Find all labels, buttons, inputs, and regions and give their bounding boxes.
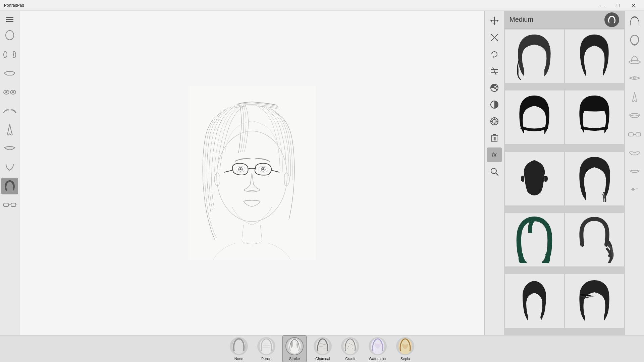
fr-glasses[interactable]: [626, 126, 643, 143]
hair-style-9[interactable]: [505, 274, 564, 328]
minimize-button[interactable]: —: [595, 0, 610, 11]
pattern-icon: [490, 83, 499, 92]
hair-style-5[interactable]: [505, 152, 564, 205]
fr-beard[interactable]: [626, 145, 643, 162]
fr-face[interactable]: [626, 32, 643, 49]
svg-point-40: [631, 35, 639, 45]
filter-granit[interactable]: Granit: [338, 336, 362, 362]
filter-watercolor[interactable]: Watercolor: [366, 336, 389, 362]
pupil-left: [239, 168, 241, 170]
hair-style-5-img: [514, 155, 554, 202]
ears-icon: [3, 51, 16, 59]
filter-charcoal-label: Charcoal: [315, 357, 330, 361]
svg-point-0: [6, 31, 14, 40]
sidebar-item-mouth[interactable]: [1, 140, 18, 157]
svg-point-41: [629, 60, 640, 64]
svg-point-43: [634, 78, 635, 79]
sidebar-item-glasses[interactable]: [1, 196, 18, 213]
rotate-tool-button[interactable]: [487, 47, 502, 62]
filter-stroke-img: [286, 338, 303, 355]
sidebar-item-lip-outline[interactable]: [1, 65, 18, 82]
canvas-area[interactable]: [19, 11, 484, 335]
filter-watercolor-img: [369, 337, 387, 355]
svg-rect-26: [494, 84, 496, 86]
hair-style-6-img: [574, 155, 614, 202]
filter-stroke-label: Stroke: [289, 357, 300, 361]
far-right-panel: ✦ ✦: [625, 11, 644, 335]
svg-marker-14: [493, 23, 495, 25]
titlebar: PortraitPad — □ ✕: [0, 0, 644, 11]
sidebar-item-hair[interactable]: [1, 178, 18, 194]
svg-line-39: [496, 173, 498, 175]
hair-style-8[interactable]: [565, 213, 624, 266]
delete-icon: [491, 134, 498, 142]
close-button[interactable]: ✕: [626, 0, 641, 11]
filter-charcoal[interactable]: Charcoal: [311, 336, 334, 362]
fx-label: fx: [492, 152, 496, 158]
menu-line: [6, 19, 13, 20]
fr-eye[interactable]: [626, 70, 643, 86]
hair-style-2[interactable]: [565, 29, 624, 83]
eyes-icon: [3, 89, 16, 95]
hair-style-3[interactable]: [505, 90, 564, 144]
filter-sepia-thumb: [396, 337, 414, 355]
fr-hat[interactable]: [626, 51, 643, 68]
svg-point-59: [347, 344, 348, 344]
svg-rect-45: [636, 133, 641, 136]
sidebar-item-nose[interactable]: [1, 121, 18, 138]
hair-style-1[interactable]: [505, 29, 564, 83]
hair-style-1-img: [514, 33, 554, 80]
menu-line: [6, 17, 13, 18]
zoom-icon: [490, 167, 499, 176]
hair-style-6[interactable]: [565, 152, 624, 205]
pattern-tool-button[interactable]: [487, 80, 502, 95]
fr-nose[interactable]: [626, 88, 643, 105]
svg-point-66: [353, 348, 353, 349]
hair-panel-title: Medium: [509, 16, 604, 23]
filter-pencil[interactable]: Pencil: [255, 336, 278, 362]
window-controls: — □ ✕: [595, 0, 641, 11]
fr-misc[interactable]: ✦ ✦: [626, 182, 643, 199]
fx-tool-button[interactable]: fx: [487, 147, 502, 162]
menu-line: [6, 21, 13, 22]
zoom-tool-button[interactable]: [487, 164, 502, 179]
sidebar-item-ears[interactable]: [1, 46, 18, 63]
fr-hair[interactable]: [626, 13, 643, 30]
filter-sepia[interactable]: Sepia: [393, 336, 417, 362]
svg-point-63: [352, 346, 353, 346]
fr-mouth-icon: [629, 169, 641, 175]
hair-panel-header: Medium: [504, 11, 625, 29]
svg-point-32: [492, 119, 496, 123]
shear-tool-button[interactable]: [487, 64, 502, 78]
hair-style-4[interactable]: [565, 90, 624, 144]
svg-point-3: [10, 90, 16, 94]
warp-tool-button[interactable]: [487, 114, 502, 129]
pupil-right: [262, 168, 264, 170]
delete-tool-button[interactable]: [487, 131, 502, 145]
sidebar-item-chin[interactable]: [1, 159, 18, 176]
svg-point-4: [12, 91, 14, 93]
hair-panel: Medium: [504, 11, 625, 335]
mouth-icon: [4, 145, 16, 152]
fr-lips-icon: [629, 112, 640, 119]
hair-style-7[interactable]: [505, 213, 564, 266]
maximize-button[interactable]: □: [610, 0, 626, 11]
sidebar-item-head[interactable]: [1, 27, 18, 44]
menu-button[interactable]: [3, 13, 16, 25]
resize-icon: [490, 33, 499, 42]
hair-style-10[interactable]: [565, 274, 624, 328]
filter-none[interactable]: None: [227, 336, 251, 362]
sidebar-item-eyebrows[interactable]: [1, 103, 18, 119]
resize-tool-button[interactable]: [487, 30, 502, 45]
fr-mouth[interactable]: [626, 164, 643, 180]
svg-line-47: [628, 133, 629, 134]
svg-point-60: [349, 343, 350, 344]
contrast-tool-button[interactable]: [487, 97, 502, 112]
filter-none-thumb: [230, 337, 248, 355]
filter-stroke[interactable]: Stroke: [282, 335, 307, 362]
fr-lips[interactable]: [626, 107, 643, 124]
move-tool-button[interactable]: [487, 13, 502, 28]
sidebar-item-eyes[interactable]: [1, 84, 18, 101]
filter-stroke-thumb: [285, 337, 304, 355]
svg-rect-27: [496, 86, 498, 87]
